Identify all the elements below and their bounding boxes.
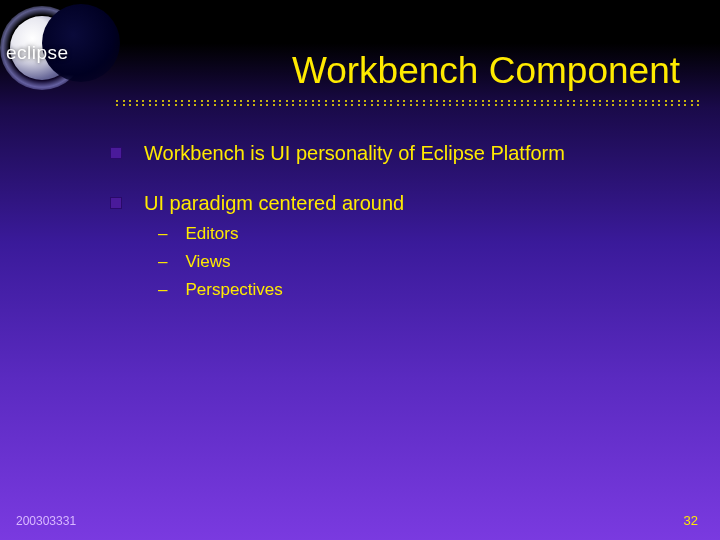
dash-bullet-icon: –	[158, 222, 167, 246]
square-bullet-icon	[110, 147, 122, 159]
footer-date-code: 200303331	[16, 514, 76, 528]
slide-number: 32	[684, 513, 698, 528]
sub-bullet-text: Perspectives	[185, 278, 282, 302]
sub-bullet-item: – Editors	[158, 222, 690, 246]
eclipse-logo-text: eclipse	[6, 42, 69, 64]
title-divider	[116, 100, 700, 106]
bullet-item: Workbench is UI personality of Eclipse P…	[110, 140, 690, 166]
square-bullet-icon	[110, 197, 122, 209]
slide: eclipse Workbench Component Workbench is…	[0, 0, 720, 540]
dash-bullet-icon: –	[158, 250, 167, 274]
eclipse-logo: eclipse	[0, 10, 110, 82]
bullet-text: Workbench is UI personality of Eclipse P…	[144, 140, 565, 166]
sub-bullet-item: – Perspectives	[158, 278, 690, 302]
bullet-item: UI paradigm centered around	[110, 190, 690, 216]
sub-bullet-item: – Views	[158, 250, 690, 274]
sub-bullet-list: – Editors – Views – Perspectives	[158, 222, 690, 301]
slide-title: Workbench Component	[110, 50, 700, 92]
sub-bullet-text: Editors	[185, 222, 238, 246]
sub-bullet-text: Views	[185, 250, 230, 274]
dash-bullet-icon: –	[158, 278, 167, 302]
slide-content: Workbench is UI personality of Eclipse P…	[110, 140, 690, 305]
bullet-text: UI paradigm centered around	[144, 190, 404, 216]
